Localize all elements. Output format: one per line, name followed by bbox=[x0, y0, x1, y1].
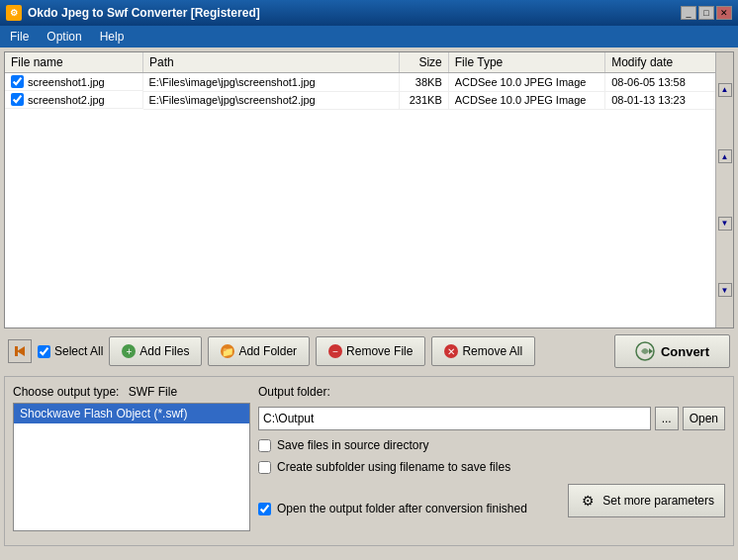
menu-help[interactable]: Help bbox=[96, 29, 129, 45]
maximize-button[interactable]: □ bbox=[698, 6, 714, 20]
add-folder-icon: 📁 bbox=[221, 344, 234, 358]
controls-bar: Select All + Add Files 📁 Add Folder − Re… bbox=[4, 332, 734, 370]
folder-row: ... Open bbox=[258, 407, 725, 430]
checkbox-area: Save files in source directory Create su… bbox=[258, 436, 725, 537]
output-folder-label: Output folder: bbox=[258, 385, 725, 399]
file-table: File name Path Size File Type Modify dat… bbox=[5, 52, 733, 110]
menu-option[interactable]: Option bbox=[43, 29, 85, 45]
cell-size: 231KB bbox=[399, 91, 448, 109]
svg-marker-3 bbox=[649, 348, 653, 354]
open-button[interactable]: Open bbox=[683, 407, 725, 430]
remove-file-icon: − bbox=[328, 344, 342, 358]
remove-all-icon: ✕ bbox=[444, 344, 458, 358]
close-button[interactable]: ✕ bbox=[716, 6, 732, 20]
create-subfolder-checkbox[interactable] bbox=[258, 461, 271, 474]
menu-file[interactable]: File bbox=[6, 29, 33, 45]
save-source-dir-checkbox[interactable] bbox=[258, 439, 271, 452]
output-type-label: Choose output type: SWF File bbox=[13, 385, 250, 399]
minimize-button[interactable]: _ bbox=[681, 6, 696, 20]
select-all-checkbox[interactable] bbox=[38, 345, 50, 358]
output-type-section: Choose output type: SWF File Shockwave F… bbox=[13, 385, 250, 537]
bottom-row: Open the output folder after conversion … bbox=[258, 484, 725, 517]
table-row[interactable]: screenshot2.jpg E:\Files\image\jpg\scree… bbox=[5, 91, 733, 109]
cell-path: E:\Files\image\jpg\screenshot2.jpg bbox=[143, 91, 400, 109]
scroll-up-arrow[interactable]: ▲ bbox=[718, 149, 732, 163]
add-files-icon: + bbox=[122, 344, 136, 358]
lower-panel: Choose output type: SWF File Shockwave F… bbox=[4, 376, 734, 546]
add-files-button[interactable]: + Add Files bbox=[109, 336, 202, 366]
col-modified: Modify date bbox=[605, 52, 733, 73]
output-type-list[interactable]: Shockwave Flash Object (*.swf) bbox=[13, 403, 250, 531]
action-buttons: + Add Files 📁 Add Folder − Remove File ✕… bbox=[109, 334, 730, 368]
convert-button[interactable]: Convert bbox=[614, 334, 730, 368]
col-size: Size bbox=[399, 52, 448, 73]
remove-file-button[interactable]: − Remove File bbox=[316, 336, 425, 366]
set-params-button[interactable]: ⚙ Set more parameters bbox=[568, 484, 725, 517]
gear-icon: ⚙ bbox=[579, 492, 597, 510]
app-icon: ⚙ bbox=[6, 5, 22, 21]
remove-all-button[interactable]: ✕ Remove All bbox=[431, 336, 535, 366]
col-filetype: File Type bbox=[448, 52, 604, 73]
row-checkbox-0[interactable] bbox=[11, 75, 24, 88]
open-after-convert-label[interactable]: Open the output folder after conversion … bbox=[258, 502, 527, 515]
cell-filetype: ACDSee 10.0 JPEG Image bbox=[448, 91, 604, 109]
open-after-convert-checkbox[interactable] bbox=[258, 503, 271, 515]
main-content: File name Path Size File Type Modify dat… bbox=[0, 47, 738, 560]
table-row[interactable]: screenshot1.jpg E:\Files\image\jpg\scree… bbox=[5, 73, 733, 92]
title-bar: ⚙ Okdo Jpeg to Swf Converter [Registered… bbox=[0, 0, 738, 26]
svg-marker-0 bbox=[17, 346, 25, 356]
output-folder-input[interactable] bbox=[258, 407, 651, 430]
cell-size: 38KB bbox=[399, 73, 448, 92]
row-checkbox-1[interactable] bbox=[11, 93, 24, 106]
scroll-top-arrow[interactable]: ▲ bbox=[718, 83, 732, 97]
select-all-label[interactable]: Select All bbox=[38, 344, 103, 358]
back-button[interactable] bbox=[8, 339, 32, 363]
back-icon bbox=[13, 344, 27, 358]
menu-bar: File Option Help bbox=[0, 26, 738, 47]
save-source-dir-label[interactable]: Save files in source directory bbox=[258, 438, 725, 452]
cell-filename: screenshot2.jpg bbox=[5, 91, 143, 109]
scroll-arrows: ▲ ▲ ▼ ▼ bbox=[715, 52, 733, 327]
cell-path: E:\Files\image\jpg\screenshot1.jpg bbox=[143, 73, 400, 92]
scroll-down-arrow[interactable]: ▼ bbox=[718, 217, 732, 231]
cell-modified: 08-01-13 13:23 bbox=[605, 91, 733, 109]
add-folder-button[interactable]: 📁 Add Folder bbox=[208, 336, 310, 366]
browse-button[interactable]: ... bbox=[655, 407, 679, 430]
output-folder-section: Output folder: ... Open Save files in so… bbox=[258, 385, 725, 537]
col-filename: File name bbox=[5, 52, 143, 73]
cell-filetype: ACDSee 10.0 JPEG Image bbox=[448, 73, 604, 92]
convert-icon bbox=[635, 341, 655, 361]
output-type-item-swf[interactable]: Shockwave Flash Object (*.swf) bbox=[14, 404, 249, 423]
svg-rect-1 bbox=[15, 346, 18, 356]
cell-filename: screenshot1.jpg bbox=[5, 73, 143, 91]
scroll-bottom-arrow[interactable]: ▼ bbox=[718, 283, 732, 297]
col-path: Path bbox=[143, 52, 400, 73]
create-subfolder-label[interactable]: Create subfolder using filename to save … bbox=[258, 460, 725, 474]
cell-modified: 08-06-05 13:58 bbox=[605, 73, 733, 92]
window-title: Okdo Jpeg to Swf Converter [Registered] bbox=[28, 6, 260, 20]
file-list-container: File name Path Size File Type Modify dat… bbox=[4, 51, 734, 328]
